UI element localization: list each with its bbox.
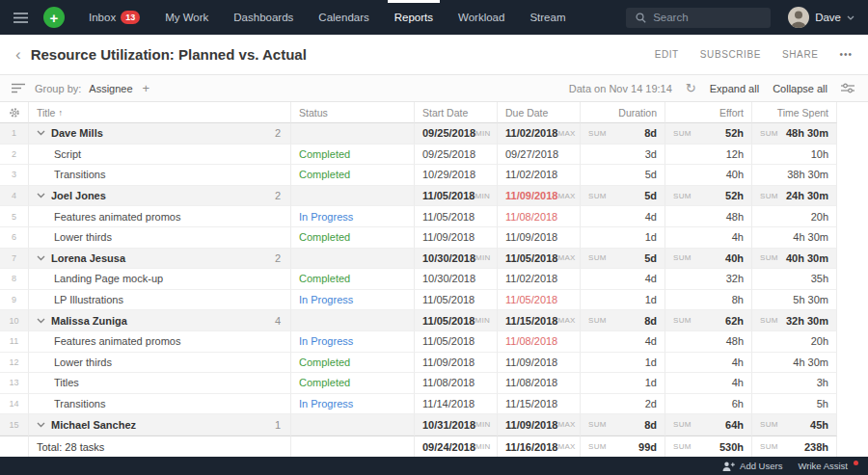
effort-cell: SUM52h xyxy=(665,123,752,145)
task-title-cell[interactable]: LP Illustrations xyxy=(29,290,291,311)
collapse-caret-icon[interactable] xyxy=(37,130,45,136)
status-cell[interactable]: In Progress xyxy=(291,290,415,311)
status-cell[interactable]: Completed xyxy=(291,373,415,394)
nav-workload[interactable]: Workload xyxy=(446,0,517,35)
more-menu-button[interactable]: ••• xyxy=(839,49,853,60)
group-title-cell[interactable]: Lorena Jesusa2 xyxy=(29,249,291,270)
task-row[interactable]: 12Lower thirdsCompleted11/09/201811/09/2… xyxy=(0,353,868,374)
col-start-date[interactable]: Start Date xyxy=(415,102,498,123)
status-cell[interactable]: Completed xyxy=(291,227,415,249)
duration-cell: 4d xyxy=(581,206,665,227)
status-cell[interactable]: Completed xyxy=(291,165,415,186)
task-title-cell[interactable]: Features animated promos xyxy=(29,206,291,227)
collapse-caret-icon[interactable] xyxy=(37,255,45,261)
view-settings-icon[interactable] xyxy=(841,83,854,93)
scroll-gutter xyxy=(837,227,868,249)
group-row[interactable]: 15Michael Sanchez110/31/2018MIN11/09/201… xyxy=(0,414,868,435)
edit-button[interactable]: EDIT xyxy=(655,49,679,60)
add-users-button[interactable]: Add Users xyxy=(722,461,782,471)
group-row[interactable]: 7Lorena Jesusa210/30/2018MIN11/05/2018MA… xyxy=(0,249,868,270)
scroll-gutter xyxy=(837,290,868,311)
collapse-caret-icon[interactable] xyxy=(37,318,45,324)
task-row[interactable]: 14TransitionsIn Progress11/14/201811/15/… xyxy=(0,394,868,415)
task-row[interactable]: 5Features animated promosIn Progress11/0… xyxy=(0,206,868,227)
nav-calendars[interactable]: Calendars xyxy=(306,0,381,35)
user-menu[interactable]: Dave xyxy=(788,7,854,28)
share-button[interactable]: SHARE xyxy=(782,49,818,60)
task-row[interactable]: 6Lower thirdsCompleted11/09/201811/09/20… xyxy=(0,227,868,249)
group-row[interactable]: 10Malissa Zuniga411/05/2018MIN11/15/2018… xyxy=(0,310,868,331)
duration-cell: 5d xyxy=(581,165,665,186)
nav-my-work[interactable]: My Work xyxy=(152,0,221,35)
task-title-cell[interactable]: Lower thirds xyxy=(29,353,291,374)
group-by-icon[interactable] xyxy=(12,83,25,93)
start-date-cell: 11/14/2018 xyxy=(415,394,498,415)
collapse-caret-icon[interactable] xyxy=(37,193,45,198)
group-title-cell[interactable]: Joel Jones2 xyxy=(29,186,291,207)
add-users-icon xyxy=(722,462,735,471)
row-number: 3 xyxy=(0,165,29,186)
scroll-gutter xyxy=(837,435,868,457)
col-status[interactable]: Status xyxy=(291,102,415,123)
row-number: 8 xyxy=(0,269,29,290)
status-cell[interactable]: Completed xyxy=(291,353,415,374)
expand-all-button[interactable]: Expand all xyxy=(710,83,759,94)
task-title-cell[interactable]: Lower thirds xyxy=(29,227,291,249)
group-row[interactable]: 4Joel Jones211/05/2018MIN11/09/2018MAXSU… xyxy=(0,186,868,207)
task-row[interactable]: 3TransitionsCompleted10/29/201811/02/201… xyxy=(0,165,868,186)
scroll-gutter xyxy=(837,269,868,290)
status-cell xyxy=(291,186,415,207)
wrike-assist-button[interactable]: Wrike Assist xyxy=(798,461,858,472)
group-title-cell[interactable]: Dave Mills2 xyxy=(29,123,291,145)
col-effort[interactable]: Effort xyxy=(665,102,752,123)
nav-reports[interactable]: Reports xyxy=(382,0,446,35)
subscribe-button[interactable]: SUBSCRIBE xyxy=(700,49,761,60)
nav-stream[interactable]: Stream xyxy=(517,0,578,35)
group-title-cell[interactable]: Malissa Zuniga4 xyxy=(29,310,291,331)
menu-icon[interactable] xyxy=(14,13,28,23)
duration-cell: SUM8d xyxy=(581,414,665,435)
task-title-cell[interactable]: Titles xyxy=(29,373,291,394)
task-title-cell[interactable]: Transitions xyxy=(29,165,291,186)
settings-gear-icon[interactable] xyxy=(0,102,29,123)
nav-dashboards[interactable]: Dashboards xyxy=(221,0,306,35)
row-number: 1 xyxy=(0,123,29,145)
start-date-cell: 11/05/2018 xyxy=(415,331,498,353)
status-cell[interactable]: In Progress xyxy=(291,206,415,227)
start-date-cell: 09/25/2018MIN xyxy=(415,123,498,145)
back-button[interactable]: ‹ xyxy=(15,46,21,63)
task-row[interactable]: 8Landing Page mock-upCompleted10/30/2018… xyxy=(0,269,868,290)
status-cell[interactable]: In Progress xyxy=(291,394,415,415)
status-cell[interactable]: In Progress xyxy=(291,331,415,353)
assignee-name: Michael Sanchez xyxy=(51,419,136,431)
group-title-cell[interactable]: Michael Sanchez1 xyxy=(29,414,291,435)
task-title-cell[interactable]: Script xyxy=(29,145,291,166)
status-cell xyxy=(291,414,415,435)
task-title-cell[interactable]: Transitions xyxy=(29,394,291,415)
refresh-icon[interactable]: ↻ xyxy=(686,82,696,94)
collapse-all-button[interactable]: Collapse all xyxy=(773,83,827,94)
group-by-value[interactable]: Assignee xyxy=(89,83,132,94)
status-cell[interactable]: Completed xyxy=(291,269,415,290)
col-due-date[interactable]: Due Date xyxy=(498,102,581,123)
status-value: Completed xyxy=(299,231,350,243)
task-row[interactable]: 13TitlesCompleted11/08/201811/08/20181d4… xyxy=(0,373,868,394)
col-duration[interactable]: Duration xyxy=(581,102,665,123)
collapse-caret-icon[interactable] xyxy=(37,422,45,428)
status-cell[interactable]: Completed xyxy=(291,145,415,166)
add-grouping-button[interactable]: + xyxy=(143,81,150,95)
start-date-cell: 11/09/2018 xyxy=(415,353,498,374)
col-title[interactable]: Title↑ xyxy=(29,102,291,123)
start-date-cell: 10/29/2018 xyxy=(415,165,498,186)
task-title-cell[interactable]: Features animated promos xyxy=(29,331,291,353)
nav-inbox[interactable]: Inbox 13 xyxy=(76,0,152,35)
task-row[interactable]: 2ScriptCompleted09/25/201809/27/20183d12… xyxy=(0,145,868,166)
create-new-button[interactable]: + xyxy=(43,7,65,28)
task-row[interactable]: 11Features animated promosIn Progress11/… xyxy=(0,331,868,353)
task-row[interactable]: 9LP IllustrationsIn Progress11/05/201811… xyxy=(0,290,868,311)
time-spent-cell: 35h xyxy=(752,269,837,290)
group-row[interactable]: 1Dave Mills209/25/2018MIN11/02/2018MAXSU… xyxy=(0,123,868,145)
search-input[interactable]: Search xyxy=(626,8,771,28)
col-time-spent[interactable]: Time Spent xyxy=(752,102,837,123)
task-title-cell[interactable]: Landing Page mock-up xyxy=(29,269,291,290)
